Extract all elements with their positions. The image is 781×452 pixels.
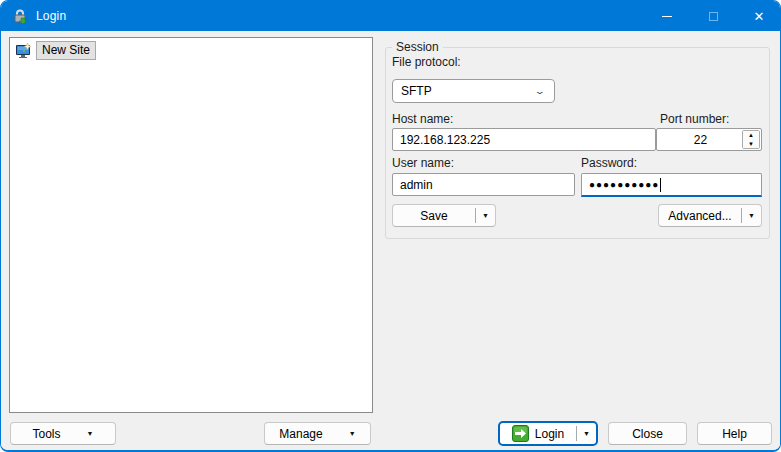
port-number-value: 22 [694,133,712,147]
list-item-new-site[interactable]: New Site [15,41,372,60]
dropdown-arrow-icon: ▼ [748,212,755,219]
login-green-arrow-icon [512,425,529,442]
dropdown-arrow-icon: ▼ [482,212,489,219]
user-name-input[interactable]: admin [392,173,575,196]
password-label: Password: [581,156,637,170]
login-button[interactable]: Login [500,423,576,444]
advanced-button[interactable]: Advanced... [659,205,741,226]
help-button-label: Help [722,427,747,441]
close-icon: ✕ [754,9,765,24]
port-number-input[interactable]: 22 ▲ ▼ [656,128,762,151]
manage-button-label: Manage [279,427,322,441]
session-group-label: Session [392,40,443,54]
tools-button-label: Tools [33,427,61,441]
dropdown-arrow-icon: ▼ [349,430,356,437]
password-masked-value: ●●●●●●●●●● [589,179,659,190]
save-button-label: Save [420,209,447,223]
file-protocol-select[interactable]: SFTP ⌄ [392,79,555,103]
advanced-button-label: Advanced... [668,209,731,223]
maximize-icon [709,12,718,21]
login-dialog-window: Login ✕ New Site Session F [0,0,781,452]
user-name-label: User name: [392,156,454,170]
advanced-dropdown-arrow[interactable]: ▼ [742,205,761,226]
save-button[interactable]: Save [393,205,475,226]
close-button-label: Close [632,427,663,441]
user-name-value: admin [400,178,433,192]
port-number-label: Port number: [660,112,729,126]
chevron-down-icon: ⌄ [534,86,546,96]
maximize-button [690,1,736,31]
winscp-login-lock-icon [12,8,28,24]
host-name-label: Host name: [392,112,453,126]
host-name-input[interactable]: 192.168.123.225 [392,128,656,151]
new-site-icon [15,43,32,59]
tools-menu-button[interactable]: Tools ▼ [10,422,116,445]
text-caret [660,178,661,192]
close-dialog-button[interactable]: Close [608,422,687,445]
help-button[interactable]: Help [697,422,772,445]
minimize-icon [662,16,672,17]
file-protocol-label: File protocol: [392,55,461,69]
site-list[interactable]: New Site [9,37,373,413]
manage-menu-button[interactable]: Manage ▼ [264,422,371,445]
login-split-button[interactable]: Login ▼ [498,421,598,446]
login-dropdown-arrow[interactable]: ▼ [577,423,596,444]
save-dropdown-arrow[interactable]: ▼ [476,205,495,226]
port-spinner[interactable]: ▲ ▼ [742,130,760,149]
window-title: Login [36,9,66,23]
dialog-body: New Site Session File protocol: SFTP ⌄ H… [1,31,780,451]
file-protocol-value: SFTP [401,84,432,98]
dropdown-arrow-icon: ▼ [87,430,94,437]
password-input[interactable]: ●●●●●●●●●● [581,173,762,197]
dropdown-arrow-icon: ▼ [583,430,590,437]
advanced-split-button[interactable]: Advanced... ▼ [658,204,762,227]
spin-up-icon[interactable]: ▲ [743,131,759,140]
spin-down-icon[interactable]: ▼ [743,140,759,149]
list-item-label[interactable]: New Site [36,41,96,60]
login-button-label: Login [535,427,564,441]
close-button[interactable]: ✕ [736,1,781,31]
minimize-button[interactable] [644,1,690,31]
save-split-button[interactable]: Save ▼ [392,204,496,227]
titlebar[interactable]: Login ✕ [1,1,780,31]
host-name-value: 192.168.123.225 [400,133,490,147]
